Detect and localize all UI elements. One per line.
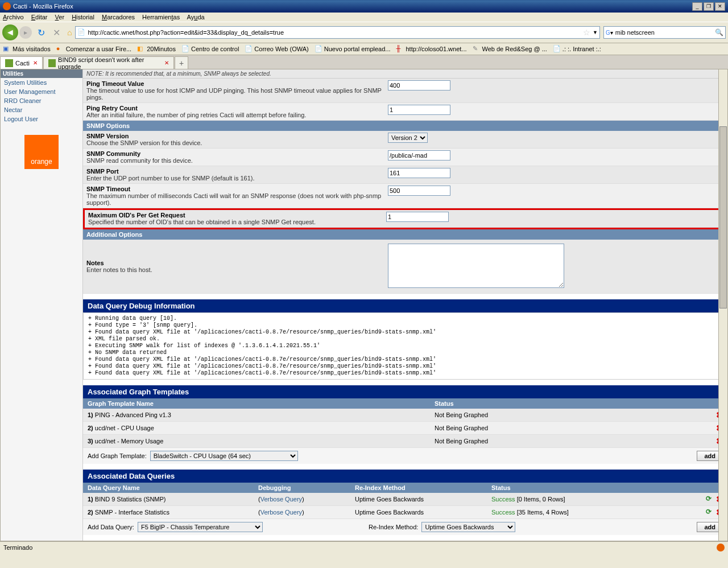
row-max-oid: Maximum OID's Per Get RequestSpecified t… <box>85 210 726 228</box>
label-snmp-version: SNMP Version <box>86 133 129 139</box>
bookmark-intranet[interactable]: 📄.: :. Intranet :.: <box>553 45 601 53</box>
reload-button[interactable]: ↻ <box>38 27 45 38</box>
graph-template-row: 2) ucd/net - CPU UsageNot Being Graphed✖ <box>83 422 727 435</box>
input-ping-timeout[interactable] <box>388 80 450 90</box>
section-data-queries-title: Associated Data Queries <box>83 470 727 483</box>
label-snmp-community: SNMP Community <box>86 150 140 157</box>
input-ping-retry[interactable] <box>388 105 450 115</box>
search-icon[interactable]: 🔍 <box>715 28 723 36</box>
url-dropdown-icon[interactable]: ▼ <box>593 30 598 35</box>
row-snmp-port: SNMP PortEnter the UDP port number to us… <box>83 166 727 184</box>
reindex-label: Re-Index Method: <box>369 524 418 530</box>
input-max-oid[interactable] <box>386 212 449 222</box>
status-text: Terminado <box>3 544 32 551</box>
nav-rrd-cleaner[interactable]: RRD Cleaner <box>1 96 82 105</box>
reload-icon[interactable]: ⟳ <box>706 508 712 517</box>
select-graph-template[interactable]: BladeSwitch - CPU Usage (64 sec) <box>150 451 298 461</box>
section-snmp-options: SNMP Options <box>83 121 727 131</box>
forward-button[interactable]: ▸ <box>19 26 32 39</box>
select-reindex-method[interactable]: Uptime Goes Backwards <box>421 522 515 532</box>
bookmark-most-visited[interactable]: ▣Más visitados <box>3 45 51 53</box>
firefox-icon <box>3 2 11 10</box>
verbose-query-link[interactable]: Verbose Query <box>260 496 302 503</box>
row-snmp-timeout: SNMP TimeoutThe maximum number of millis… <box>83 184 727 208</box>
url-bar[interactable]: 📄 ☆ ▼ <box>75 26 600 39</box>
left-nav: Utilities System Utilities User Manageme… <box>1 69 83 541</box>
graph-templates-header: Graph Template Name Status <box>83 398 727 409</box>
add-graph-template-row: Add Graph Template: BladeSwitch - CPU Us… <box>83 448 727 464</box>
home-button[interactable]: ⌂ <box>67 28 72 37</box>
menu-tools[interactable]: Herramientas <box>142 14 180 20</box>
label-ping-timeout: Ping Timeout Value <box>86 80 144 87</box>
url-input[interactable] <box>88 29 581 36</box>
label-snmp-timeout: SNMP Timeout <box>86 186 130 192</box>
textarea-notes[interactable] <box>388 244 564 288</box>
bookmark-portal[interactable]: 📄Nuevo portal emplead... <box>315 45 391 53</box>
tab-cacti[interactable]: Cacti ✕ <box>0 56 43 69</box>
section-graph-templates-title: Associated Graph Templates <box>83 385 727 398</box>
gt-status: Not Being Graphed <box>435 425 690 431</box>
leftnav-header: Utilities <box>1 69 82 78</box>
scrollbar-thumb[interactable] <box>719 126 727 308</box>
tab-close-icon[interactable]: ✕ <box>164 60 169 66</box>
verbose-query-link[interactable]: Verbose Query <box>260 509 302 516</box>
col-name: Graph Template Name <box>88 400 435 407</box>
dq-status: Success [35 Items, 4 Rows] <box>491 509 706 516</box>
tab-close-icon[interactable]: ✕ <box>33 60 38 66</box>
bookmark-correo[interactable]: 📄Correo Web (OWA) <box>245 45 308 53</box>
reload-icon[interactable]: ⟳ <box>706 495 712 504</box>
tab-bind9[interactable]: BIND9 script doesn't work after upgrade … <box>43 56 174 69</box>
row-ping-timeout: Ping Timeout ValueThe timeout value to u… <box>83 79 727 103</box>
bookmark-redseg[interactable]: ✎Web de Red&Seg @ ... <box>473 45 547 53</box>
row-snmp-version: SNMP VersionChoose the SNMP version for … <box>83 131 727 149</box>
bookmark-centro[interactable]: 📄Centro de control <box>181 45 239 53</box>
stop-button[interactable]: ✕ <box>53 27 60 38</box>
nav-system-utilities[interactable]: System Utilities <box>1 78 82 87</box>
input-snmp-timeout[interactable] <box>388 186 450 196</box>
window-titlebar: Cacti - Mozilla Firefox _ ❐ ✕ <box>0 0 728 13</box>
select-snmp-version[interactable]: Version 2 <box>388 133 428 143</box>
menu-history[interactable]: Historial <box>72 14 94 20</box>
col-dq-debug: Debugging <box>258 484 355 491</box>
bookmark-getting-started[interactable]: ●Comenzar a usar Fire... <box>56 45 132 53</box>
vertical-scrollbar[interactable] <box>718 69 727 541</box>
search-input[interactable] <box>615 29 715 36</box>
section-debug-title: Data Query Debug Information <box>83 299 727 312</box>
nav-logout[interactable]: Logout User <box>1 114 82 124</box>
menu-file[interactable]: AArchivorchivo <box>3 14 24 20</box>
maximize-button[interactable]: ❐ <box>704 2 714 11</box>
close-button[interactable]: ✕ <box>715 2 725 11</box>
search-bar[interactable]: G▾ 🔍 <box>603 26 726 39</box>
debug-box: + Running data query [10]. + Found type … <box>83 312 727 380</box>
google-icon[interactable]: G▾ <box>606 30 613 36</box>
row-notes: NotesEnter notes to this host. <box>83 240 727 294</box>
page-content: Utilities System Utilities User Manageme… <box>0 69 728 541</box>
menu-edit[interactable]: Editar <box>31 14 48 20</box>
row-snmp-community: SNMP CommunitySNMP read community for th… <box>83 149 727 166</box>
data-queries-header: Data Query Name Debugging Re-Index Metho… <box>83 483 727 493</box>
nav-user-management[interactable]: User Management <box>1 87 82 96</box>
menu-view[interactable]: Ver <box>55 14 65 20</box>
minimize-button[interactable]: _ <box>692 2 702 11</box>
select-data-query[interactable]: F5 BigIP - Chassis Temperature <box>138 522 263 532</box>
menu-help[interactable]: Ayuda <box>187 14 205 20</box>
snmp-note: NOTE: It is recommended that, at a minim… <box>83 69 727 79</box>
bookmark-star-icon[interactable]: ☆ <box>583 28 590 37</box>
debug-text: + Running data query [10]. + Found type … <box>84 313 727 379</box>
bookmarks-bar: ▣Más visitados ●Comenzar a usar Fire... … <box>0 43 728 55</box>
bookmark-20minutos[interactable]: ◧20Minutos <box>137 45 176 53</box>
row-ping-retry: Ping Retry CountAfter an initial failure… <box>83 103 727 121</box>
input-snmp-community[interactable] <box>388 150 450 160</box>
nav-nectar[interactable]: Nectar <box>1 105 82 114</box>
new-tab-button[interactable]: + <box>175 56 188 69</box>
input-snmp-port[interactable] <box>388 168 450 178</box>
gt-status: Not Being Graphed <box>435 438 690 444</box>
menu-bookmarks[interactable]: Marcadores <box>102 14 135 20</box>
tab-label: Cacti <box>15 60 30 67</box>
bookmark-coloso[interactable]: ╫http://coloso01.wnet... <box>396 45 467 53</box>
data-query-row: 1) BIND 9 Statistics (SNMP)(Verbose Quer… <box>83 493 727 506</box>
navbar: ◄ ▸ ↻ ✕ ⌂ 📄 ☆ ▼ G▾ 🔍 <box>0 22 728 43</box>
add-dq-label: Add Data Query: <box>88 524 134 530</box>
add-gt-label: Add Graph Template: <box>88 452 147 459</box>
back-button[interactable]: ◄ <box>2 24 18 40</box>
